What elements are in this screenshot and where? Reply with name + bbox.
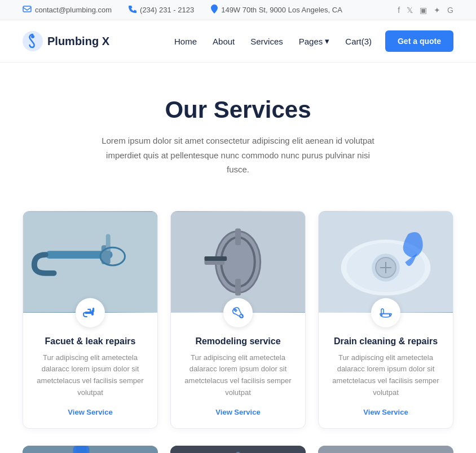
bath-icon <box>371 298 400 327</box>
nav-services[interactable]: Services <box>250 37 283 46</box>
card-desc-remodeling: Tur adipiscing elit ametectela dalaracc … <box>182 352 294 399</box>
chevron-down-icon: ▾ <box>325 36 329 46</box>
google-icon[interactable]: G <box>447 6 453 15</box>
card-link-faucet[interactable]: View Service <box>68 408 112 416</box>
social-links: f 𝕏 ▣ ✦ G <box>398 6 453 15</box>
card-title-faucet: Facuet & leak repairs <box>34 336 146 347</box>
nav-about[interactable]: About <box>213 37 235 46</box>
instagram-icon[interactable]: ▣ <box>420 6 427 15</box>
wrench-icon <box>223 298 253 327</box>
card-body-remodeling: Remodeling service Tur adipiscing elit a… <box>171 327 305 428</box>
get-quote-button[interactable]: Get a quote <box>385 30 453 52</box>
logo-text: Plumbing X <box>47 35 109 48</box>
card-image-remodeling <box>171 211 305 313</box>
logo[interactable]: Plumbing X <box>23 31 109 51</box>
service-card-faucet: Facuet & leak repairs Tur adipiscing eli… <box>23 211 158 429</box>
bottom-card-gauge: PRESSURE <box>318 446 453 453</box>
card-image-drain <box>319 211 453 313</box>
location-icon <box>211 5 218 15</box>
email-item: contact@plumbing.com <box>23 6 112 14</box>
bottom-card-pipes <box>23 446 158 453</box>
service-card-drain: Drain cleaning & repairs Tur adipiscing … <box>318 211 453 429</box>
card-body-drain: Drain cleaning & repairs Tur adipiscing … <box>319 327 453 428</box>
top-bar: contact@plumbing.com (234) 231 - 2123 14… <box>0 0 476 20</box>
bottom-row: PRESSURE <box>0 446 476 453</box>
service-card-remodeling: Remodeling service Tur adipiscing elit a… <box>170 211 306 429</box>
phone-item: (234) 231 - 2123 <box>129 5 194 15</box>
address-text: 149W 70th St, 9000 Los Angeles, CA <box>221 6 342 14</box>
card-title-drain: Drain cleaning & repairs <box>330 336 442 347</box>
phone-icon <box>129 5 136 15</box>
facebook-icon[interactable]: f <box>398 6 400 15</box>
svg-rect-14 <box>235 228 241 245</box>
card-link-drain[interactable]: View Service <box>363 408 408 416</box>
card-desc-drain: Tur adipiscing elit ametectela dalaracc … <box>330 352 442 399</box>
svg-rect-17 <box>205 256 227 261</box>
svg-rect-26 <box>380 313 391 314</box>
bottom-cards-grid: PRESSURE <box>23 446 453 453</box>
address-item: 149W 70th St, 9000 Los Angeles, CA <box>211 5 342 15</box>
card-image-faucet <box>23 211 157 313</box>
bottom-card-valve <box>170 446 306 453</box>
email-icon <box>23 6 32 14</box>
svg-rect-8 <box>85 312 92 314</box>
phone-text: (234) 231 - 2123 <box>140 6 194 14</box>
services-grid: Facuet & leak repairs Tur adipiscing eli… <box>23 211 453 429</box>
svg-rect-40 <box>318 446 453 453</box>
navbar: Plumbing X Home About Services Pages ▾ C… <box>0 20 476 63</box>
card-icon-wrap-faucet <box>23 298 157 327</box>
svg-rect-15 <box>235 278 241 295</box>
nav-pages[interactable]: Pages ▾ <box>299 36 330 46</box>
faucet-icon <box>76 298 105 327</box>
cards-section: Facuet & leak repairs Tur adipiscing eli… <box>0 199 476 446</box>
twitter-icon[interactable]: 𝕏 <box>407 6 413 15</box>
card-icon-wrap-drain <box>319 298 453 327</box>
svg-point-2 <box>31 35 34 38</box>
svg-rect-10 <box>92 308 94 312</box>
email-text: contact@plumbing.com <box>35 6 112 14</box>
card-desc-faucet: Tur adipiscing elit ametectela dalaracc … <box>34 352 146 399</box>
page-title: Our Services <box>23 96 453 123</box>
card-icon-wrap-remodeling <box>171 298 305 327</box>
nav-home[interactable]: Home <box>174 37 197 46</box>
services-hero: Our Services Lorem ipsum dolor sit amet … <box>0 63 476 199</box>
hero-description: Lorem ipsum dolor sit amet consectetur a… <box>97 134 379 177</box>
svg-rect-33 <box>73 446 89 453</box>
yelp-icon[interactable]: ✦ <box>434 6 440 15</box>
card-link-remodeling[interactable]: View Service <box>215 408 260 416</box>
card-title-remodeling: Remodeling service <box>182 336 294 347</box>
card-body-faucet: Facuet & leak repairs Tur adipiscing eli… <box>23 327 157 428</box>
svg-rect-0 <box>23 6 31 12</box>
svg-rect-3 <box>23 211 157 312</box>
nav-links: Home About Services Pages ▾ Cart(3) <box>174 36 372 46</box>
nav-cart[interactable]: Cart(3) <box>345 37 372 46</box>
svg-rect-27 <box>23 446 158 453</box>
